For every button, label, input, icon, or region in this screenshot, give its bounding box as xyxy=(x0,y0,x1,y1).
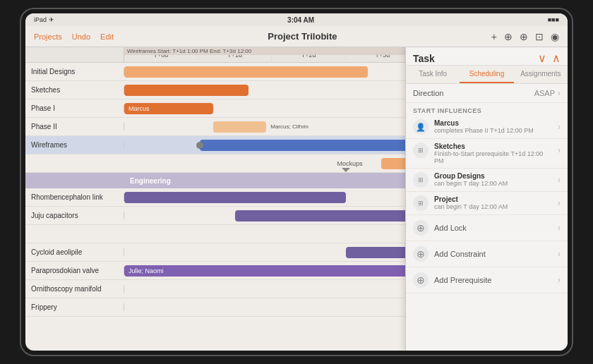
marcus-name: Marcus xyxy=(434,119,552,127)
sketches-chevron-icon: › xyxy=(558,145,561,155)
add-constraint-chevron-icon: › xyxy=(558,249,561,259)
group-designs-chevron-icon: › xyxy=(558,175,561,185)
tab-assignments[interactable]: Assignments xyxy=(514,66,568,83)
nav-title: Project Trilobite xyxy=(268,31,337,42)
project-desc: can begin T day 12:00 AM xyxy=(434,203,552,210)
gantt-bar-phase2[interactable] xyxy=(213,121,266,133)
battery-indicator: ■■■ xyxy=(548,16,559,23)
influence-row-marcus[interactable]: 👤 Marcus completes Phase II T+1d 12:00 P… xyxy=(406,116,568,139)
row-label-para: Paraprosdokian valve xyxy=(25,267,124,274)
add-prerequisite-icon: ⊕ xyxy=(413,272,429,288)
project-content: Project can begin T day 12:00 AM xyxy=(434,195,552,210)
row-label-phase1: Phase I xyxy=(25,104,124,112)
sketches-icon: ⊞ xyxy=(413,142,429,158)
add-lock-chevron-icon: › xyxy=(558,223,561,233)
mockups-label: Mockups xyxy=(337,160,362,167)
direction-row[interactable]: Direction ASAP › xyxy=(406,84,568,103)
row-label-sketches: Sketches xyxy=(25,86,124,94)
sketches-name: Sketches xyxy=(434,142,552,150)
add-icon[interactable]: + xyxy=(491,31,497,42)
person-icon[interactable]: ⊕ xyxy=(504,31,513,42)
time-display: 3:04 AM xyxy=(287,16,314,24)
tablet-screen: iPad ✈ 3:04 AM ■■■ Projects Undo Edit Pr… xyxy=(25,13,568,351)
person-tag-phase2: Marcus; Cithrin xyxy=(270,123,309,130)
sketches-content: Sketches Finish-to-Start prerequisite T+… xyxy=(434,142,552,164)
project-name: Project xyxy=(434,195,552,203)
person2-icon[interactable]: ⊕ xyxy=(520,31,528,42)
gantt-bar-initial-designs[interactable] xyxy=(124,66,368,78)
gantt-label-header xyxy=(25,47,124,62)
task-panel: Task ∨ ∧ Task Info Scheduling Assignment… xyxy=(405,47,568,351)
home-button[interactable] xyxy=(21,176,22,188)
add-lock-label: Add Lock xyxy=(434,224,552,232)
marcus-content: Marcus completes Phase II T+1d 12:00 PM xyxy=(434,119,552,134)
task-panel-header: Task ∨ ∧ xyxy=(406,47,568,66)
chevron-up-icon[interactable]: ∧ xyxy=(552,51,561,65)
row-label-frippery: Frippery xyxy=(25,303,124,311)
marcus-chevron-icon: › xyxy=(558,122,561,132)
projects-button[interactable]: Projects xyxy=(34,32,62,41)
group-designs-content: Group Designs can begin T day 12:00 AM xyxy=(434,172,552,187)
task-tabs: Task Info Scheduling Assignments xyxy=(406,66,568,84)
row-label-wireframes: Wireframes xyxy=(25,141,124,149)
engineering-label: Engineering xyxy=(130,177,171,185)
gantt-bar-sketches[interactable] xyxy=(124,85,248,96)
eye-icon[interactable]: ◉ xyxy=(551,31,559,42)
add-lock-icon: ⊕ xyxy=(413,220,429,236)
row-label-phase2: Phase II xyxy=(25,123,124,131)
tab-scheduling[interactable]: Scheduling xyxy=(460,66,513,83)
nav-bar: Projects Undo Edit Project Trilobite + ⊕… xyxy=(25,26,568,47)
project-chevron-icon: › xyxy=(558,198,561,208)
task-panel-title: Task xyxy=(413,53,435,64)
lock-icon[interactable]: ⊡ xyxy=(535,31,544,42)
ipad-label: iPad ✈ xyxy=(34,16,54,23)
nav-right-icons: + ⊕ ⊕ ⊡ ◉ xyxy=(491,31,559,42)
tablet: iPad ✈ 3:04 AM ■■■ Projects Undo Edit Pr… xyxy=(21,9,572,355)
task-header-icons: ∨ ∧ xyxy=(538,51,561,65)
chevron-down-icon[interactable]: ∨ xyxy=(538,51,546,65)
status-left: iPad ✈ xyxy=(34,16,54,23)
group-designs-desc: can begin T day 12:00 AM xyxy=(434,180,552,187)
row-label-rhombo: Rhombencephalon link xyxy=(25,193,124,201)
task-panel-body: Direction ASAP › START INFLUENCES 👤 Marc… xyxy=(406,84,568,351)
add-prerequisite-row[interactable]: ⊕ Add Prerequisite › xyxy=(406,267,568,293)
marcus-avatar: 👤 xyxy=(413,119,429,135)
add-prerequisite-label: Add Prerequisite xyxy=(434,276,552,284)
influence-row-project[interactable]: ⊞ Project can begin T day 12:00 AM › xyxy=(406,192,568,215)
main-content: T+0d T+1d T+2d T+3d T+4d T+5d Wireframes… xyxy=(25,47,568,351)
marcus-desc: completes Phase II T+1d 12:00 PM xyxy=(434,127,552,134)
row-label-juju: Juju capacitors xyxy=(25,212,124,219)
group-designs-icon: ⊞ xyxy=(413,172,429,188)
direction-label: Direction xyxy=(413,89,443,97)
battery-icon: ■■■ xyxy=(548,16,559,23)
add-prerequisite-chevron-icon: › xyxy=(558,275,561,285)
row-label-initial-designs: Initial Designs xyxy=(25,68,124,75)
gantt-bar-phase1[interactable]: Marcus xyxy=(124,103,213,114)
gantt-bar-rhombo[interactable] xyxy=(124,192,346,203)
edit-button[interactable]: Edit xyxy=(100,32,114,41)
add-lock-row[interactable]: ⊕ Add Lock › xyxy=(406,215,568,241)
undo-button[interactable]: Undo xyxy=(72,32,90,41)
nav-left-buttons: Projects Undo Edit xyxy=(34,32,114,41)
add-constraint-row[interactable]: ⊕ Add Constraint › xyxy=(406,241,568,267)
status-bar: iPad ✈ 3:04 AM ■■■ xyxy=(25,13,568,26)
add-constraint-icon: ⊕ xyxy=(413,246,429,262)
tab-task-info[interactable]: Task Info xyxy=(406,66,460,83)
influence-row-sketches[interactable]: ⊞ Sketches Finish-to-Start prerequisite … xyxy=(406,139,568,169)
direction-value: ASAP › xyxy=(534,88,561,98)
group-designs-name: Group Designs xyxy=(434,172,552,180)
row-label-cycloid: Cycloid aeolipile xyxy=(25,248,124,256)
drop-indicator xyxy=(342,168,350,172)
project-icon: ⊞ xyxy=(413,195,429,211)
influences-section-label: START INFLUENCES xyxy=(406,103,568,116)
row-label-ornitho: Ornithoscopy manifold xyxy=(25,285,124,293)
influence-row-group-designs[interactable]: ⊞ Group Designs can begin T day 12:00 AM… xyxy=(406,169,568,192)
sketches-desc: Finish-to-Start prerequisite T+1d 12:00 … xyxy=(434,150,552,164)
add-constraint-label: Add Constraint xyxy=(434,250,552,258)
milestone-wireframes xyxy=(196,142,203,149)
direction-chevron-icon: › xyxy=(558,88,561,98)
